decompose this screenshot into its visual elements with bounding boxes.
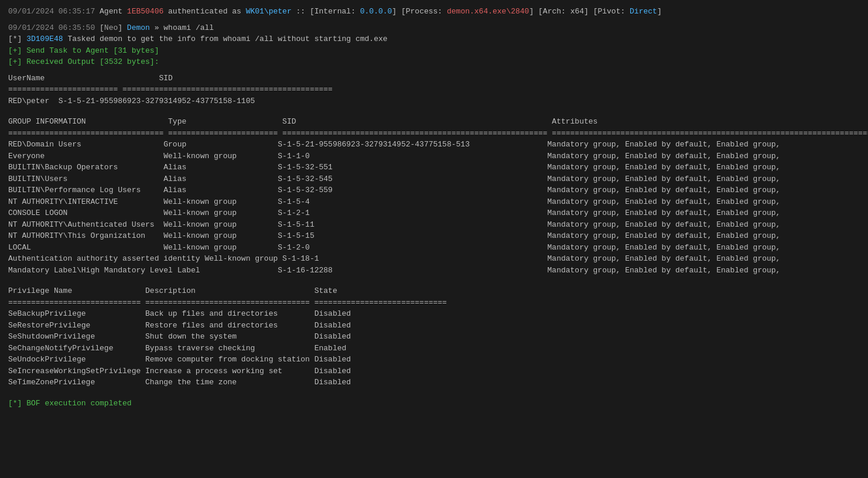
priv-header-line: Privilege Name Description State: [8, 285, 860, 297]
bof-line: [*] BOF execution completed: [8, 398, 860, 409]
priv-row: SeIncreaseWorkingSetPrivilege Increase a…: [8, 366, 860, 377]
group-row: Authentication authority asserted identi…: [8, 253, 860, 265]
priv-header-text: Privilege Name Description State: [8, 286, 337, 295]
priv-row: SeBackupPrivilege Back up files and dire…: [8, 308, 860, 320]
auth-mid5: ] [Pivot:: [584, 7, 630, 16]
group-row: BUILTIN\Backup Operators Alias S-1-5-32-…: [8, 162, 860, 173]
auth-mid2: :: [Internal:: [292, 7, 360, 16]
arch-info: x64: [570, 7, 584, 16]
priv-row: SeShutdownPrivilege Shut down the system…: [8, 331, 860, 343]
task-bracket: [*]: [8, 35, 26, 43]
group-sep-text: ================================== =====…: [8, 129, 868, 138]
group-row: NT AUTHORITY\This Organization Well-know…: [8, 230, 860, 242]
pivot-info: Direct: [630, 7, 657, 16]
user-sep-text: ======================== ===============…: [8, 85, 333, 94]
user-data-line: RED\peter S-1-5-21-955986923-3279314952-…: [8, 95, 860, 107]
internal-ip: 0.0.0.0: [360, 7, 392, 16]
group-sep-line: ================================== =====…: [8, 128, 860, 139]
received-output-text: [+] Received Output [3532 bytes]:: [8, 57, 159, 66]
group-row: NT AUTHORITY\INTERACTIVE Well-known grou…: [8, 196, 860, 208]
auth-mid3: ] [Process:: [392, 7, 447, 16]
group-header-line: GROUP INFORMATION Type SID Attributes: [8, 116, 860, 128]
auth-username: WK01\peter: [246, 7, 292, 16]
user-sep-line: ======================== ===============…: [8, 84, 860, 95]
auth-text: authenticated as: [163, 7, 245, 16]
agent-id: 1EB50406: [127, 7, 163, 16]
bof-text: [*] BOF execution completed: [8, 399, 132, 408]
task-id: 3D109E48: [26, 35, 63, 43]
group-row: Mandatory Label\High Mandatory Level Lab…: [8, 265, 860, 276]
auth-line: 09/01/2024 06:35:17 Agent 1EB50406 authe…: [8, 6, 860, 18]
agent-label: Agent: [95, 7, 127, 16]
send-task-text: [+] Send Task to Agent [31 bytes]: [8, 46, 159, 55]
process-info: demon.x64.exe\2840: [447, 7, 529, 16]
group-row: Everyone Well-known group S-1-1-0 Mandat…: [8, 151, 860, 162]
priv-row: SeTimeZonePrivilege Change the time zone…: [8, 377, 860, 388]
neo-label: Neo: [104, 23, 118, 32]
cmd-mid1: ]: [118, 23, 127, 32]
cmd-text: » whoami /all: [150, 23, 214, 32]
send-task-line: [+] Send Task to Agent [31 bytes]: [8, 45, 860, 57]
group-header-text: GROUP INFORMATION Type SID Attributes: [8, 117, 597, 126]
tasked-line: [*] 3D109E48 Tasked demon to get the inf…: [8, 33, 860, 45]
priv-row: SeChangeNotifyPrivilege Bypass traverse …: [8, 343, 860, 354]
timestamp-2: 09/01/2024 06:35:50: [8, 23, 95, 32]
user-header-text: UserName SID: [8, 74, 173, 83]
task-text: Tasked demon to get the info from whoami…: [63, 35, 388, 43]
received-output-line: [+] Received Output [3532 bytes]:: [8, 56, 860, 68]
group-row: LOCAL Well-known group S-1-2-0 Mandatory…: [8, 242, 860, 254]
priv-row: SeUndockPrivilege Remove computer from d…: [8, 354, 860, 366]
terminal-output: 09/01/2024 06:35:17 Agent 1EB50406 authe…: [8, 6, 860, 409]
group-row: CONSOLE LOGON Well-known group S-1-2-1 M…: [8, 207, 860, 219]
priv-sep-text: ============================= ==========…: [8, 298, 447, 307]
group-row: NT AUTHORITY\Authenticated Users Well-kn…: [8, 219, 860, 231]
cmd-pre: [: [95, 23, 104, 32]
user-header-line: UserName SID: [8, 73, 860, 84]
group-row: BUILTIN\Performance Log Users Alias S-1-…: [8, 185, 860, 196]
timestamp-1: 09/01/2024 06:35:17: [8, 7, 95, 16]
priv-rows-container: SeBackupPrivilege Back up files and dire…: [8, 308, 860, 388]
user-data-text: RED\peter S-1-5-21-955986923-3279314952-…: [8, 97, 255, 105]
priv-sep-line: ============================= ==========…: [8, 297, 860, 309]
demon-label: Demon: [127, 23, 150, 32]
group-row: RED\Domain Users Group S-1-5-21-95598692…: [8, 139, 860, 151]
priv-row: SeRestorePrivilege Restore files and dir…: [8, 320, 860, 332]
command-line: 09/01/2024 06:35:50 [Neo] Demon » whoami…: [8, 22, 860, 34]
auth-mid6: ]: [657, 7, 662, 16]
auth-mid4: ] [Arch:: [529, 7, 570, 16]
group-row: BUILTIN\Users Alias S-1-5-32-545 Mandato…: [8, 173, 860, 185]
group-rows-container: RED\Domain Users Group S-1-5-21-95598692…: [8, 139, 860, 276]
